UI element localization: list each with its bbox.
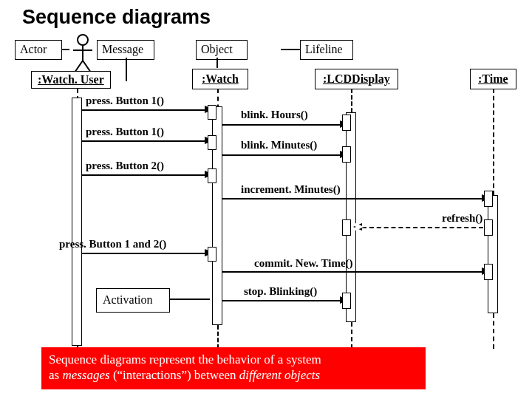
msg-incm: increment. Minutes() [241,183,341,196]
svg-point-0 [78,35,88,45]
participant-lcd: :LCDDisplay [315,69,398,89]
participant-time: :Time [470,69,516,89]
callout-message: Message [97,40,154,60]
activation-watchuser [72,98,82,346]
msg-commit: commit. New. Time() [254,257,353,270]
page-title: Sequence diagrams [22,6,211,29]
activation-lcd [346,112,356,322]
caption: Sequence diagrams represent the behavior… [41,347,426,389]
callout-actor: Actor [15,40,62,60]
msg-stop: stop. Blinking() [244,285,317,298]
msg-press12: press. Button 1 and 2() [59,238,166,250]
activation-time [488,195,498,313]
msg-refresh: refresh() [442,212,482,225]
callout-object: Object [196,40,248,60]
participant-watchuser: :Watch. User [31,71,111,89]
participant-watch: :Watch [192,69,248,89]
caption-italic-messages: messages [62,368,109,382]
msg-press2: press. Button 2() [86,160,164,172]
caption-mid: (“interactions”) between [110,368,239,382]
msg-blinkm: blink. Minutes() [241,139,317,151]
caption-italic-objects: different objects [239,368,320,382]
caption-line1: Sequence diagrams represent the behavior… [49,352,321,366]
msg-press1b: press. Button 1() [86,126,164,138]
msg-blinkh: blink. Hours() [241,109,308,121]
callout-lifeline: Lifeline [300,40,353,60]
msg-press1a: press. Button 1() [86,95,164,107]
callout-activation: Activation [96,288,170,313]
slide: Sequence diagrams Actor Message Object L… [0,0,532,399]
actor-icon [70,34,95,75]
